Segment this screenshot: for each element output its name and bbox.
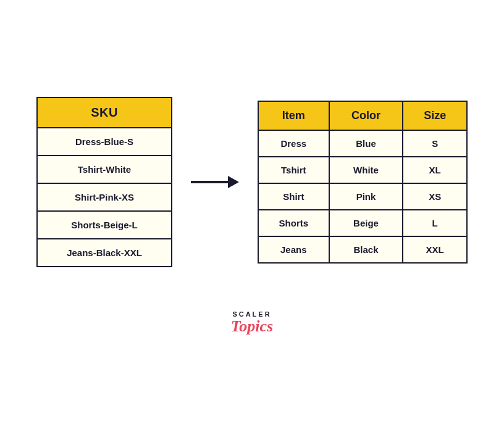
table-row: Tshirt-White [37, 156, 172, 183]
expanded-row-cell: Tshirt [258, 157, 329, 183]
expanded-row-cell: XS [403, 183, 467, 210]
table-row: Jeans-Black-XXL [37, 239, 172, 267]
expanded-table: ItemColorSize DressBlueSTshirtWhiteXLShi… [258, 101, 468, 264]
table-row: Shorts-Beige-L [37, 211, 172, 239]
sku-row-cell: Dress-Blue-S [37, 128, 172, 156]
expanded-row-cell: Blue [329, 130, 403, 157]
logo-container: SCALER Topics [231, 310, 273, 336]
arrow-container [191, 176, 239, 188]
arrow-line [191, 181, 228, 183]
expanded-row-cell: Black [329, 236, 403, 263]
table-row: ShortsBeigeL [258, 210, 467, 236]
expanded-row-cell: Jeans [258, 236, 329, 263]
expanded-row-cell: White [329, 157, 403, 183]
sku-header: SKU [37, 98, 172, 128]
expanded-header-cell: Size [403, 101, 467, 130]
sku-row-cell: Shirt-Pink-XS [37, 183, 172, 211]
table-row: Shirt-Pink-XS [37, 183, 172, 211]
main-content: SKU Dress-Blue-STshirt-WhiteShirt-Pink-X… [36, 97, 468, 267]
expanded-header-cell: Color [329, 101, 403, 130]
expanded-row-cell: Shirt [258, 183, 329, 210]
expanded-row-cell: S [403, 130, 467, 157]
expanded-row-cell: L [403, 210, 467, 236]
sku-row-cell: Shorts-Beige-L [37, 211, 172, 239]
arrow [191, 176, 239, 188]
table-row: ShirtPinkXS [258, 183, 467, 210]
logo-topics-text: Topics [231, 318, 273, 336]
arrow-head [228, 176, 239, 188]
expanded-row-cell: Dress [258, 130, 329, 157]
sku-row-cell: Tshirt-White [37, 156, 172, 183]
expanded-header-cell: Item [258, 101, 329, 130]
logo-scaler-text: SCALER [232, 310, 271, 318]
table-row: Dress-Blue-S [37, 128, 172, 156]
expanded-row-cell: Pink [329, 183, 403, 210]
expanded-row-cell: XL [403, 157, 467, 183]
sku-row-cell: Jeans-Black-XXL [37, 239, 172, 267]
table-row: TshirtWhiteXL [258, 157, 467, 183]
sku-table: SKU Dress-Blue-STshirt-WhiteShirt-Pink-X… [36, 97, 172, 267]
table-row: JeansBlackXXL [258, 236, 467, 263]
expanded-row-cell: XXL [403, 236, 467, 263]
expanded-row-cell: Shorts [258, 210, 329, 236]
expanded-row-cell: Beige [329, 210, 403, 236]
table-row: DressBlueS [258, 130, 467, 157]
